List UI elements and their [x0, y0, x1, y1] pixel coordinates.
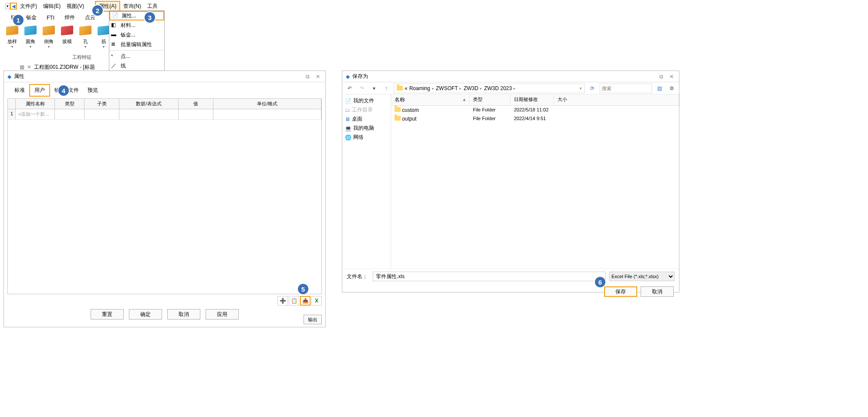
menu-item-label: 点...: [121, 53, 130, 60]
breadcrumb[interactable]: « Roaming▸ ZWSOFT▸ ZW3D▸ ZW3D 2023▸ ▾: [394, 84, 585, 93]
tab-standard[interactable]: 标准: [10, 85, 29, 96]
ok-button[interactable]: 确定: [129, 309, 162, 319]
dialog-icon: ◆: [346, 74, 350, 80]
menu-item-line[interactable]: ／线: [109, 61, 164, 71]
grid-header: 属性名称 类型 子类 数据/表达式 值 单位/格式: [8, 99, 321, 109]
col-date[interactable]: 日期被修改: [510, 94, 554, 105]
menu-item-material[interactable]: ◧材料...: [109, 20, 164, 30]
tool-draft[interactable]: 拔模: [58, 24, 76, 49]
cancel-button[interactable]: 取消: [641, 286, 674, 297]
dialog-buttons: 重置 确定 取消 应用: [4, 306, 325, 322]
doc-icon: 📄: [345, 98, 351, 104]
sort-icon: ▴: [463, 96, 466, 102]
close-icon[interactable]: ✕: [668, 74, 675, 80]
draft-icon: [61, 26, 73, 36]
bc-2[interactable]: ZWSOFT: [436, 85, 458, 91]
refresh-icon[interactable]: ⟳: [588, 84, 597, 93]
menu-file[interactable]: 文件(F): [17, 2, 40, 11]
bc-1[interactable]: Roaming: [409, 85, 430, 91]
ribbon-group-label: 工程特征: [72, 54, 91, 61]
up-icon[interactable]: ↑: [382, 84, 391, 93]
close-icon[interactable]: ✕: [314, 74, 322, 80]
quickaccess-dropdown-icon[interactable]: ▾: [5, 3, 10, 9]
file-row[interactable]: custom File Folder 2022/5/18 11:02: [391, 106, 679, 114]
nav-row: ↶ ↷ ▾ ↑ « Roaming▸ ZWSOFT▸ ZW3D▸ ZW3D 20…: [342, 82, 679, 94]
popout-icon[interactable]: ⧉: [304, 74, 311, 80]
bc-3[interactable]: ZW3D: [463, 85, 478, 91]
menu-item-label: 属性...: [122, 12, 136, 20]
save-as-dialog: ◆ 保存为 ⧉ ✕ ↶ ↷ ▾ ↑ « Roaming▸ ZWSOFT▸ ZW3…: [342, 71, 679, 293]
file-columns: 名称 ▴ 类型 日期被修改 大小: [391, 94, 679, 106]
search-input[interactable]: [600, 84, 652, 93]
rib-icon: [98, 26, 110, 36]
dialog-icon: ◆: [7, 74, 11, 80]
menu-item-batch-edit[interactable]: ≣批量编辑属性: [109, 40, 164, 49]
tool-fillet[interactable]: 圆角▾: [22, 24, 39, 49]
bc-0[interactable]: «: [405, 85, 408, 91]
apply-button[interactable]: 应用: [206, 309, 239, 319]
reset-button[interactable]: 重置: [91, 309, 124, 319]
workdir-icon: 🗂: [345, 107, 350, 113]
tree-mycomputer[interactable]: 💻我的电脑: [343, 124, 390, 133]
col-data[interactable]: 数据/表达式: [119, 99, 179, 109]
sheetmetal-icon: ▬: [111, 31, 118, 38]
grid-row-new[interactable]: 1 <添加一个新...: [8, 109, 321, 120]
toolbtn-export[interactable]: 📤: [300, 296, 311, 306]
toolbtn-import[interactable]: ➕: [277, 296, 288, 306]
back-icon[interactable]: ↶: [345, 84, 355, 93]
filetype-select[interactable]: Excel File (*.xls;*.xlsx): [609, 272, 675, 281]
col-subtype[interactable]: 子类: [84, 99, 119, 109]
recent-icon[interactable]: ▾: [369, 84, 379, 93]
tree-desktop[interactable]: 🖥桌面: [343, 114, 390, 124]
tree-network[interactable]: 🌐网络: [343, 133, 390, 142]
col-size[interactable]: 大小: [554, 94, 679, 105]
tree-mydocs[interactable]: 📄我的文件: [343, 96, 390, 105]
cancel-button[interactable]: 取消: [167, 309, 200, 319]
bc-4[interactable]: ZW3D 2023: [484, 85, 512, 91]
fillet-icon: [24, 26, 37, 36]
view-options-icon[interactable]: ⚙: [667, 84, 676, 93]
menu-item-label: 批量编辑属性: [121, 41, 152, 48]
tab-preview[interactable]: 预览: [83, 85, 102, 96]
batch-icon: ≣: [111, 41, 118, 48]
tool-chamfer[interactable]: 倒角▾: [40, 24, 57, 49]
col-type[interactable]: 类型: [469, 94, 510, 105]
menu-item-label: 材料...: [121, 22, 135, 29]
ribtab-2[interactable]: FTI: [42, 13, 59, 23]
callout-badge-4: 4: [57, 84, 70, 97]
menu-item-sheetmetal[interactable]: ▬钣金...: [109, 30, 164, 40]
col-type[interactable]: 类型: [55, 99, 84, 109]
tree-workdir[interactable]: 🗂工作目录: [343, 105, 390, 114]
menu-item-point[interactable]: •点...: [109, 51, 164, 61]
col-name[interactable]: 名称 ▴: [391, 94, 469, 105]
close-doc-icon[interactable]: ✕: [27, 64, 31, 70]
col-value[interactable]: 值: [179, 99, 213, 109]
tool-loft[interactable]: 放样▾: [3, 24, 21, 49]
app-arrow-icon[interactable]: ◀: [10, 3, 17, 10]
forward-icon[interactable]: ↷: [357, 84, 367, 93]
save-button[interactable]: 保存: [604, 286, 637, 297]
ribtab-1[interactable]: 钣金: [22, 12, 41, 23]
ribtab-3[interactable]: 焊件: [60, 12, 79, 23]
attribute-tabs: 标准 用户 物 文件 预览: [4, 82, 325, 98]
menu-item-attributes[interactable]: 📄属性...: [109, 11, 164, 20]
output-button[interactable]: 输出: [304, 315, 322, 324]
menu-edit[interactable]: 编辑(E): [40, 2, 64, 11]
file-row[interactable]: output File Folder 2022/4/14 9:51: [391, 114, 679, 123]
line-icon: ／: [111, 62, 118, 69]
document-tab[interactable]: ▦ ✕ 工程图001.Z3DRW - [标题: [20, 63, 95, 71]
tab-user[interactable]: 用户: [29, 84, 50, 97]
network-icon: 🌐: [345, 135, 351, 141]
menu-query[interactable]: 查询(N): [120, 2, 144, 11]
menu-tools[interactable]: 工具: [144, 2, 161, 11]
view-list-icon[interactable]: ▤: [655, 84, 664, 93]
menu-view[interactable]: 视图(V): [64, 2, 87, 11]
col-name[interactable]: 属性名称: [16, 99, 55, 109]
toolbtn-paste[interactable]: 📋: [289, 296, 299, 306]
toolbtn-excel[interactable]: X: [311, 296, 322, 306]
filename-input[interactable]: [373, 272, 606, 281]
col-unit[interactable]: 单位/格式: [213, 99, 321, 109]
popout-icon[interactable]: ⧉: [657, 74, 665, 80]
row-name-placeholder[interactable]: <添加一个新...: [16, 109, 55, 119]
tool-hole[interactable]: 孔▾: [77, 24, 94, 49]
